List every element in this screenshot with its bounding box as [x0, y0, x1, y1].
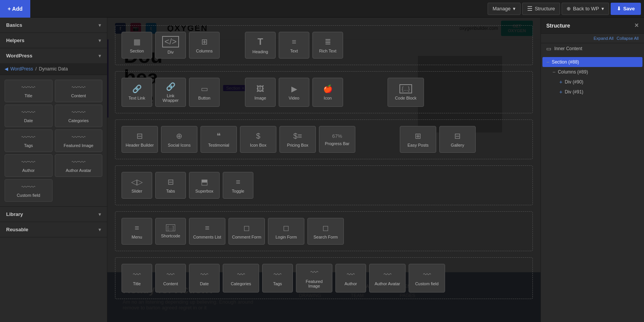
save-label: Save	[623, 6, 635, 11]
overlay-item-header-builder[interactable]: ⊟ Header Builder	[122, 126, 158, 153]
close-structure-button[interactable]: ×	[634, 21, 639, 29]
overlay-item-slider[interactable]: ◁▷ Slider	[122, 172, 152, 199]
dyn-author-avatar-label: Author Avatar	[375, 281, 400, 286]
basics-label: Basics	[6, 22, 22, 28]
overlay-item-social-icons[interactable]: ⊕ Social Icons	[161, 126, 197, 153]
overlay-item-progress-bar[interactable]: 67% Progress Bar	[319, 126, 355, 153]
overlay-item-comments-list[interactable]: ≡ Comments List	[189, 218, 225, 245]
overlay-item-superbox[interactable]: ⬒ Superbox	[189, 172, 220, 199]
back-arrow[interactable]: ◀	[5, 66, 8, 72]
dynamic-item-featured-image[interactable]: 〰〰 Featured Image	[55, 129, 103, 152]
overlay-item-dyn-tags[interactable]: 〰 Tags	[262, 264, 293, 293]
overlay-item-code-block[interactable]: {...} Code Block	[388, 78, 424, 107]
overlay-item-testimonial[interactable]: ❝ Testimonial	[200, 126, 237, 153]
overlay-item-image[interactable]: 🖼 Image	[245, 78, 276, 107]
dynamic-item-author[interactable]: 〰〰 Author	[5, 154, 53, 177]
dynamic-item-date[interactable]: 〰〰 Date	[5, 105, 53, 127]
library-chevron	[99, 212, 101, 217]
dynamic-item-author-avatar[interactable]: 〰〰 Author Avatar	[55, 154, 103, 177]
sidebar-section-library-header[interactable]: Library	[0, 207, 107, 222]
shortcode-label: Shortcode	[161, 234, 180, 238]
overlay-item-icon-box[interactable]: $ Icon Box	[240, 126, 276, 153]
sidebar-section-helpers-header[interactable]: Helpers	[0, 33, 107, 48]
dynamic-item-custom-field[interactable]: 〰〰 Custom field	[5, 179, 53, 202]
overlay-item-menu[interactable]: ≡ Menu	[122, 218, 152, 245]
overlay-item-text-link[interactable]: 🔗 Text Link	[122, 78, 152, 107]
save-icon: ⬇	[617, 6, 621, 11]
add-button[interactable]: + Add	[0, 0, 30, 18]
dynamic-item-title[interactable]: 〰〰 Title	[5, 80, 53, 102]
overlay-item-dyn-author[interactable]: 〰 Author	[335, 264, 366, 293]
overlay-item-dyn-author-avatar[interactable]: 〰 Author Avatar	[369, 264, 406, 293]
comments-list-label: Comments List	[193, 235, 221, 239]
tree-item-div-90[interactable]: + Div (#90)	[541, 77, 644, 87]
video-icon: ▶	[291, 84, 297, 93]
overlay-item-div[interactable]: </> Div	[155, 32, 186, 59]
overlay-item-pricing-box[interactable]: $≡ Pricing Box	[279, 126, 316, 153]
overlay-item-comment-form[interactable]: ◻ Comment Form	[228, 218, 265, 245]
dynamic-item-content[interactable]: 〰〰 Content	[55, 80, 103, 102]
overlay-item-button[interactable]: ▭ Button	[189, 78, 220, 107]
gallery-icon: ⊟	[454, 131, 461, 141]
dynamic-item-tags[interactable]: 〰〰 Tags	[5, 129, 53, 152]
back-to-wp-button[interactable]: ⊕ Back to WP ▾	[562, 3, 609, 15]
overlay-item-login-form[interactable]: ◻ Login Form	[268, 218, 304, 245]
top-bar-right: Manage ▾ ☰ Structure ⊕ Back to WP ▾ ⬇ Sa…	[488, 3, 644, 15]
rich-text-item-label: Rich Text	[319, 49, 336, 53]
wordpress-label: WordPress	[6, 53, 32, 59]
overlay-item-rich-text[interactable]: ≣ Rich Text	[312, 32, 343, 59]
structure-button[interactable]: ☰ Structure	[522, 3, 560, 15]
overlay-item-dyn-title[interactable]: 〰 Title	[122, 264, 152, 293]
categories-wave-icon: 〰〰	[72, 109, 85, 117]
categories-label: Categories	[68, 118, 89, 123]
overlay-item-dyn-categories[interactable]: 〰 Categories	[223, 264, 259, 293]
author-wave-icon: 〰〰	[21, 159, 35, 167]
video-label: Video	[289, 96, 299, 100]
wp-parent-link[interactable]: WordPress	[10, 66, 33, 72]
comments-list-icon: ≡	[205, 224, 210, 232]
section-88-label: Section (#88)	[552, 59, 579, 65]
sidebar-section-wordpress-header[interactable]: WordPress	[0, 48, 107, 63]
tree-item-section-88[interactable]: − Section (#88)	[542, 57, 642, 67]
basics-chevron	[99, 23, 101, 28]
breadcrumb-separator: /	[35, 66, 36, 72]
overlay-item-section[interactable]: ▦ Section	[122, 32, 152, 59]
overlay-item-video[interactable]: ▶ Video	[279, 78, 309, 107]
overlay-item-link-wrapper[interactable]: 🔗 Link Wrapper	[155, 78, 186, 107]
overlay-item-dyn-date[interactable]: 〰 Date	[189, 264, 220, 293]
save-button[interactable]: ⬇ Save	[611, 3, 641, 15]
overlay-item-heading[interactable]: T Heading	[245, 32, 276, 59]
left-sidebar: Basics Helpers WordPress ◀ WordPress / D…	[0, 18, 107, 322]
overlay-item-toggle[interactable]: ≡ Toggle	[223, 172, 253, 199]
overlay-item-dyn-custom-field[interactable]: 〰 Custom field	[409, 264, 445, 293]
dynamic-item-categories[interactable]: 〰〰 Categories	[55, 105, 103, 127]
overlay-item-shortcode[interactable]: [...] Shortcode	[155, 218, 186, 245]
icon-box-icon: $	[256, 132, 260, 141]
overlay-item-columns[interactable]: ⊞ Columns	[189, 32, 220, 59]
collapse-all-button[interactable]: Collapse All	[617, 36, 639, 41]
overlay-item-tabs[interactable]: ⊟ Tabs	[155, 172, 186, 199]
expand-all-button[interactable]: Expand All	[594, 36, 614, 41]
overlay-item-easy-posts[interactable]: ⊞ Easy Posts	[400, 126, 436, 153]
pricing-box-icon: $≡	[293, 132, 302, 141]
overlay-item-dyn-content[interactable]: 〰 Content	[155, 264, 186, 293]
progress-bar-label: Progress Bar	[325, 141, 349, 146]
overlay-item-text[interactable]: ≡ Text	[279, 32, 309, 59]
login-form-icon: ◻	[283, 223, 289, 232]
sidebar-section-basics-header[interactable]: Basics	[0, 18, 107, 33]
structure-controls: Expand All Collapse All	[541, 34, 644, 43]
overlay-item-search-form[interactable]: ◻ Search Form	[307, 218, 344, 245]
overlay-item-gallery[interactable]: ⊟ Gallery	[439, 126, 476, 153]
overlay-item-icon[interactable]: 🍎 Icon	[312, 78, 343, 107]
testimonial-icon: ❝	[217, 131, 221, 141]
author-avatar-wave-icon: 〰〰	[72, 159, 85, 167]
tree-item-columns-89[interactable]: − Columns (#89)	[541, 67, 644, 77]
overlay-item-dyn-featured-image[interactable]: 〰 Featured Image	[296, 264, 332, 293]
date-wave-icon: 〰〰	[21, 109, 35, 117]
tree-item-div-91[interactable]: + Div (#91)	[541, 87, 644, 97]
manage-button[interactable]: Manage ▾	[488, 3, 521, 15]
overlay-group-links: 🔗 Text Link 🔗 Link Wrapper ▭ Button 🖼 Im…	[115, 71, 533, 113]
overlay-group-forms: ≡ Menu [...] Shortcode ≡ Comments List ◻…	[115, 211, 533, 251]
sidebar-section-reusable-header[interactable]: Reusable	[0, 222, 107, 237]
overlay-group-basics: ▦ Section </> Div ⊞ Columns T Heading ≡	[115, 25, 533, 65]
